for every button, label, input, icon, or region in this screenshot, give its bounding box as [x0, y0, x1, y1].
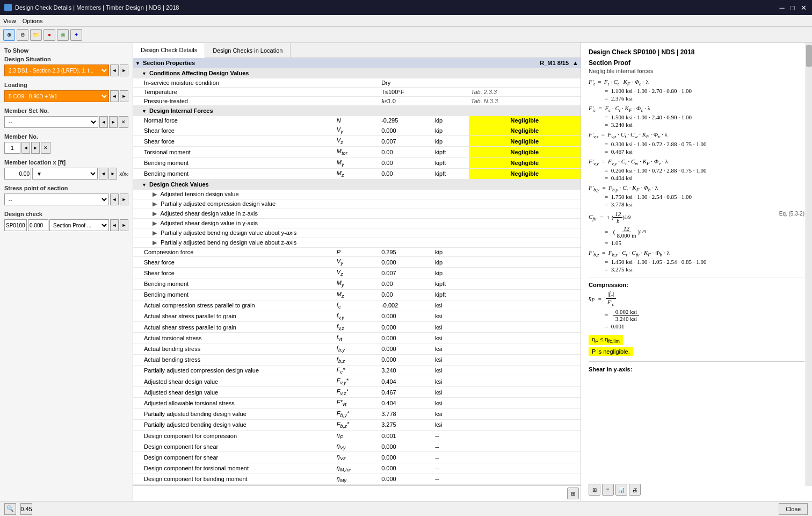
rp-btn-2[interactable]: ≡: [602, 484, 614, 496]
table-btn-1[interactable]: ⊞: [567, 488, 579, 499]
rp-btn-4[interactable]: 🖨: [629, 484, 641, 496]
table-row: Adjusted shear design value Fv,z* 0.467 …: [133, 387, 581, 398]
table-row: In-service moisture condition Dry: [133, 78, 581, 88]
fbhz-formula-block: F'b,z = Fb,z · Ct · Cfu · KF · Φb · λ = …: [589, 249, 804, 273]
table-row: ▶ Adjusted shear design value in z-axis: [133, 209, 581, 218]
restore-button[interactable]: □: [788, 3, 797, 12]
cond-name-0: In-service moisture condition: [133, 78, 335, 88]
collapse-internal[interactable]: ▼: [142, 109, 147, 114]
right-scrollbar[interactable]: [806, 43, 812, 486]
ds-prev-btn[interactable]: ◄: [110, 64, 119, 76]
minimize-button[interactable]: ─: [778, 3, 786, 12]
table-row: Partially adjusted bending design value …: [133, 408, 581, 419]
toolbar-btn-1[interactable]: ⊕: [3, 29, 15, 41]
dc-prev-btn[interactable]: ◄: [110, 219, 119, 231]
location-unit[interactable]: ▼: [32, 168, 98, 180]
highlight-box-2: P is negligible.: [589, 347, 633, 356]
table-row: Compression force P 0.295 kip: [133, 247, 581, 256]
status-bar: 🔍 0.45 Close: [0, 501, 812, 516]
table-row: Bending moment Mz 0.00 kipft Negligible: [133, 168, 581, 179]
ms-action-btn[interactable]: ✕: [119, 116, 128, 128]
toolbar-btn-5[interactable]: ◎: [57, 29, 69, 41]
mn-action-btn[interactable]: ✕: [41, 142, 50, 154]
loc-prev-btn[interactable]: ◄: [99, 168, 107, 180]
tab-details[interactable]: Design Check Details: [133, 43, 205, 58]
member-no-input[interactable]: [4, 142, 20, 154]
ft-formula-block: F't = Ft · Ct · KF · Φc · λ = 1.100 ksi …: [589, 78, 804, 102]
table-row: Temperature T≤100°F Tab. 2.3.3: [133, 88, 581, 97]
location-input[interactable]: [4, 168, 31, 180]
toolbar-btn-6[interactable]: ✦: [70, 29, 82, 41]
table-row: Actual torsional stress fvt 0.000 ksi: [133, 333, 581, 343]
details-table: ▼ Section Properties R_M1 8/15 ▲ ▼ Condi…: [133, 58, 581, 485]
table-row: Bending moment My 0.00 kipft Negligible: [133, 157, 581, 168]
expand-icon[interactable]: ▲: [572, 60, 578, 66]
collapse-section-props[interactable]: ▼: [135, 61, 140, 66]
window-title: Design Check Details | Members | Timber …: [15, 4, 179, 11]
table-row: Design component for shear ηVz 0.000 --: [133, 452, 581, 463]
load-next-btn[interactable]: ►: [120, 90, 128, 102]
table-row: Design component for compression ηP 0.00…: [133, 430, 581, 441]
tab-location[interactable]: Design Checks in Location: [205, 43, 291, 58]
mn-next-btn[interactable]: ►: [31, 142, 40, 154]
search-status-btn[interactable]: 🔍: [4, 503, 16, 515]
loading-combo[interactable]: 5 CO9 - 0.90D + W1: [4, 90, 109, 102]
table-row: Shear force Vy 0.000 kip: [133, 256, 581, 267]
table-toolbar: ⊞: [133, 485, 581, 501]
highlight-text-2: P is negligible.: [592, 348, 630, 355]
close-button[interactable]: ✕: [799, 3, 808, 12]
table-row: Adjusted allowable torsional stress F*vt…: [133, 398, 581, 408]
fbhy-formula-block: F'b,y = Fb,y · Ct · KF · Φb · λ = 1.750 …: [589, 184, 804, 207]
close-status-btn[interactable]: Close: [779, 503, 808, 515]
dc-next-btn[interactable]: ►: [120, 219, 128, 231]
r-label: R_M1 8/15: [540, 60, 569, 66]
highlight-container: ηP ≤ ηfc,lim P is negligible.: [589, 334, 804, 357]
table-row: Shear force Vz 0.007 kip: [133, 268, 581, 278]
table-row: ▶ Partially adjusted compression design …: [133, 199, 581, 209]
highlight-text-1: ηP ≤ ηfc,lim: [592, 336, 620, 342]
toolbar-btn-4[interactable]: ●: [44, 29, 55, 41]
internal-forces-header: ▼ Design Internal Forces: [133, 106, 581, 116]
conditions-header: ▼ Conditions Affecting Design Values: [133, 68, 581, 78]
toolbar-btn-3[interactable]: 📁: [30, 29, 42, 41]
menu-options[interactable]: Options: [23, 18, 43, 24]
table-row: ▶ Partially adjusted bending design valu…: [133, 228, 581, 238]
mn-prev-btn[interactable]: ◄: [21, 142, 30, 154]
collapse-conditions[interactable]: ▼: [142, 71, 147, 76]
location-label: Member location x [ft]: [4, 159, 128, 166]
fc-formula-block: F'c = Fc · Ct · KF · Φc · λ = 1.500 ksi …: [589, 105, 804, 128]
stress-combo[interactable]: --: [4, 194, 109, 205]
sp-next-btn[interactable]: ►: [120, 194, 128, 205]
fvz-formula-block: F'v,z = Fv,z · Ct · Cw · KF · Φv · λ = 0…: [589, 131, 804, 154]
center-content[interactable]: ▼ Section Properties R_M1 8/15 ▲ ▼ Condi…: [133, 58, 581, 485]
location-fraction: x/x₀: [119, 171, 128, 177]
collapse-dcv[interactable]: ▼: [142, 182, 147, 188]
table-row: Partially adjusted compression design va…: [133, 365, 581, 376]
load-prev-btn[interactable]: ◄: [110, 90, 119, 102]
design-situation-combo[interactable]: 2.3 DS1 - Section 2.3 (LRFD), 1. t...: [4, 64, 109, 76]
table-row: Shear force Vz 0.007 kip Negligible: [133, 136, 581, 147]
value-status-btn[interactable]: 0.45: [20, 503, 32, 515]
dc-val-input[interactable]: [28, 219, 48, 231]
cfu-formula-block: Eq. (5.3-2) Cfu = 1 ( 12 b ) 1/: [589, 211, 804, 246]
menu-view[interactable]: View: [3, 18, 16, 24]
ds-next-btn[interactable]: ►: [120, 64, 128, 76]
rp-btn-3[interactable]: 📊: [615, 484, 627, 496]
rp-btn-1[interactable]: ⊞: [589, 484, 600, 496]
sp-prev-btn[interactable]: ◄: [110, 194, 119, 205]
loading-label: Loading: [4, 82, 128, 88]
left-panel: To Show Design Situation 2.3 DS1 - Secti…: [0, 43, 133, 501]
ms-next-btn[interactable]: ►: [109, 116, 118, 128]
table-row: Partially adjusted bending design value …: [133, 419, 581, 430]
dc-type-combo[interactable]: Section Proof ...: [49, 219, 109, 231]
member-set-combo[interactable]: --: [4, 116, 98, 128]
table-row: Bending moment My 0.00 kipft: [133, 278, 581, 289]
toolbar-btn-2[interactable]: ⊖: [17, 29, 28, 41]
compression-title: Compression:: [589, 282, 804, 288]
right-panel-toolbar: ⊞ ≡ 📊 🖨: [589, 484, 641, 496]
dc-code-input[interactable]: [4, 219, 27, 231]
ms-prev-btn[interactable]: ◄: [99, 116, 108, 128]
fvy-formula-block: F'v,y = Fv,y · Ct · Cw · KF · Φv · λ = 0…: [589, 158, 804, 181]
loc-next-btn[interactable]: ►: [108, 168, 117, 180]
eq-label: Eq. (5.3-2): [779, 211, 804, 217]
